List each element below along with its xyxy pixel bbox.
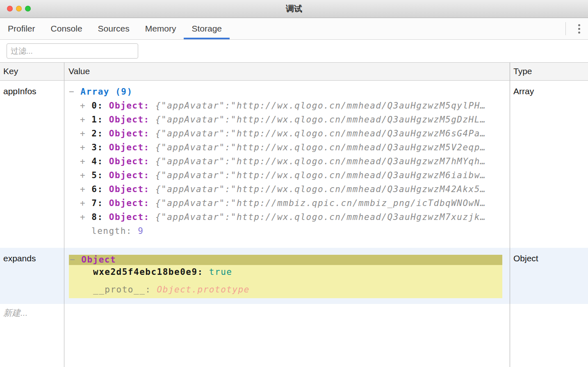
array-item[interactable]: + 1: Object: {"appAvatar":"http://wx.qlo…: [64, 113, 510, 127]
item-index: 6:: [86, 184, 109, 194]
item-preview: {"appAvatar":"http://wx.qlogo.cn/mmhead/…: [150, 129, 486, 138]
minimize-icon[interactable]: [16, 6, 22, 11]
item-preview: {"appAvatar":"http://wx.qlogo.cn/mmhead/…: [150, 184, 486, 194]
item-index: 7:: [86, 198, 109, 208]
object-class-label: Object:: [109, 129, 150, 138]
tab-bar-right: [565, 18, 588, 39]
array-item[interactable]: + 7: Object: {"appAvatar":"http://mmbiz.…: [64, 196, 510, 210]
column-header-key: Key: [0, 63, 64, 80]
tab-memory[interactable]: Memory: [137, 18, 184, 39]
changed-value-block: − Objectwxe2d5f4ebc18be0e9: true__proto_…: [69, 255, 502, 298]
tab-profiler[interactable]: Profiler: [0, 18, 43, 39]
value-cell: − Array (9)+ 0: Object: {"appAvatar":"ht…: [64, 81, 510, 248]
value-cell: [64, 304, 510, 367]
value-tree: − Array (9)+ 0: Object: {"appAvatar":"ht…: [64, 81, 510, 238]
object-class-label: Object:: [109, 184, 150, 194]
property-name: wxe2d5f4ebc18be0e9:: [93, 267, 203, 277]
object-class-label: Object:: [109, 170, 150, 180]
tab-console[interactable]: Console: [43, 18, 90, 39]
length-value: 9: [138, 226, 144, 236]
tab-storage[interactable]: Storage: [184, 18, 230, 39]
expand-toggle-icon[interactable]: +: [80, 198, 86, 208]
item-preview: {"appAvatar":"http://wx.qlogo.cn/mmhead/…: [150, 115, 486, 125]
expand-toggle-icon[interactable]: +: [80, 212, 86, 222]
property-value: true: [203, 267, 232, 277]
object-class-label: Object:: [109, 101, 150, 111]
table-row[interactable]: appInfos− Array (9)+ 0: Object: {"appAva…: [0, 81, 588, 248]
object-property[interactable]: wxe2d5f4ebc18be0e9: true: [69, 265, 502, 279]
type-cell: Array: [510, 81, 588, 248]
table-row[interactable]: 新建...: [0, 304, 588, 367]
filter-bar: [0, 40, 588, 62]
expand-toggle-icon[interactable]: +: [80, 156, 86, 166]
close-icon[interactable]: [7, 6, 13, 11]
item-index: 1:: [86, 115, 109, 125]
array-item[interactable]: + 3: Object: {"appAvatar":"http://wx.qlo…: [64, 140, 510, 154]
titlebar[interactable]: 调试: [0, 0, 588, 18]
item-preview: {"appAvatar":"http://wx.qlogo.cn/mmhead/…: [150, 212, 486, 222]
collapse-toggle-icon[interactable]: −: [69, 87, 75, 97]
toolbar-divider: [565, 22, 566, 35]
length-label: length:: [91, 226, 138, 236]
array-item[interactable]: + 4: Object: {"appAvatar":"http://wx.qlo…: [64, 154, 510, 168]
window-controls: [7, 6, 31, 11]
expand-toggle-icon[interactable]: +: [80, 184, 86, 194]
item-preview: {"appAvatar":"http://mmbiz.qpic.cn/mmbiz…: [150, 198, 486, 208]
expand-toggle-icon[interactable]: +: [80, 115, 86, 125]
prototype-property[interactable]: __proto__: Object.prototype: [69, 283, 502, 297]
length-line: length: 9: [64, 224, 510, 238]
filter-input[interactable]: [7, 43, 138, 59]
item-index: 5:: [86, 170, 109, 180]
storage-table: Key Value Type appInfos− Array (9)+ 0: O…: [0, 62, 588, 367]
item-preview: {"appAvatar":"http://wx.qlogo.cn/mmhead/…: [150, 101, 486, 111]
object-class-label: Object:: [109, 143, 150, 152]
window-title: 调试: [0, 0, 588, 18]
array-root: − Array (9): [64, 85, 510, 99]
item-index: 3:: [86, 143, 109, 152]
tabs: ProfilerConsoleSourcesMemoryStorage: [0, 18, 230, 39]
new-entry-placeholder[interactable]: 新建...: [0, 304, 64, 367]
item-index: 0:: [86, 101, 109, 111]
array-item[interactable]: + 0: Object: {"appAvatar":"http://wx.qlo…: [64, 99, 510, 113]
column-header-value: Value: [64, 63, 510, 80]
debugger-window: 调试 ProfilerConsoleSourcesMemoryStorage K…: [0, 0, 588, 367]
item-preview: {"appAvatar":"http://wx.qlogo.cn/mmhead/…: [150, 143, 486, 152]
item-index: 2:: [86, 129, 109, 138]
tab-sources[interactable]: Sources: [90, 18, 137, 39]
object-root: − Object: [69, 255, 502, 265]
item-index: 8:: [86, 212, 109, 222]
object-class-label: Object:: [109, 198, 150, 208]
zoom-icon[interactable]: [25, 6, 31, 11]
expand-toggle-icon[interactable]: +: [80, 143, 86, 152]
array-label: Array (9): [75, 87, 132, 97]
key-cell[interactable]: appInfos: [0, 81, 64, 248]
array-item[interactable]: + 6: Object: {"appAvatar":"http://wx.qlo…: [64, 182, 510, 196]
expand-toggle-icon[interactable]: +: [80, 101, 86, 111]
table-row[interactable]: expands− Objectwxe2d5f4ebc18be0e9: true_…: [0, 248, 588, 304]
object-class-label: Object: [75, 255, 116, 265]
proto-label: __proto__:: [93, 285, 157, 295]
expand-toggle-icon[interactable]: +: [80, 129, 86, 138]
item-preview: {"appAvatar":"http://wx.qlogo.cn/mmhead/…: [150, 156, 486, 166]
table-header: Key Value Type: [0, 63, 588, 81]
array-item[interactable]: + 2: Object: {"appAvatar":"http://wx.qlo…: [64, 127, 510, 140]
type-cell: Object: [510, 248, 588, 304]
object-class-label: Object:: [109, 115, 150, 125]
expand-toggle-icon[interactable]: +: [80, 170, 86, 180]
key-cell[interactable]: expands: [0, 248, 64, 304]
array-item[interactable]: + 8: Object: {"appAvatar":"http://wx.qlo…: [64, 210, 510, 224]
array-item[interactable]: + 5: Object: {"appAvatar":"http://wx.qlo…: [64, 168, 510, 182]
item-preview: {"appAvatar":"http://wx.qlogo.cn/mmhead/…: [150, 170, 486, 180]
tab-bar: ProfilerConsoleSourcesMemoryStorage: [0, 18, 588, 40]
column-header-type: Type: [510, 63, 588, 80]
collapse-toggle-icon[interactable]: −: [70, 255, 75, 265]
object-class-label: Object:: [109, 156, 150, 166]
object-class-label: Object:: [109, 212, 150, 222]
value-cell: − Objectwxe2d5f4ebc18be0e9: true__proto_…: [64, 248, 510, 304]
table-body: appInfos− Array (9)+ 0: Object: {"appAva…: [0, 81, 588, 367]
kebab-menu-icon[interactable]: [577, 23, 581, 35]
proto-value: Object.prototype: [157, 285, 250, 295]
item-index: 4:: [86, 156, 109, 166]
type-cell: [510, 304, 588, 367]
